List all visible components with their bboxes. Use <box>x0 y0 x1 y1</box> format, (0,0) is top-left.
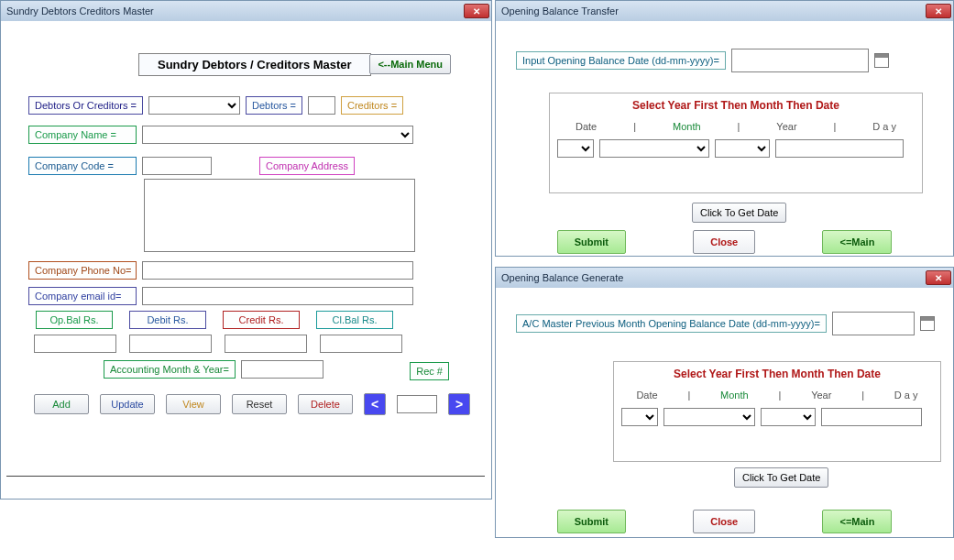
label-obt-input-date: Input Opening Balance Date (dd-mm-yyyy)= <box>516 51 726 70</box>
add-button[interactable]: Add <box>34 394 89 414</box>
select-obt-year[interactable] <box>715 139 770 158</box>
select-obt-month[interactable] <box>599 139 709 158</box>
label-acct-month: Accounting Month & Year= <box>104 360 236 379</box>
label-rec-no: Rec # <box>410 362 449 380</box>
label-col-year: Year <box>811 390 831 401</box>
select-debtors-or-creditors[interactable] <box>148 96 240 115</box>
label-company-address: Company Address <box>259 157 355 175</box>
click-get-date-button[interactable]: Click To Get Date <box>692 203 786 223</box>
input-obg-day[interactable] <box>821 408 922 426</box>
input-obt-day[interactable] <box>775 139 904 158</box>
close-icon[interactable]: ✕ <box>926 270 951 285</box>
label-obg-input-date: A/C Master Previous Month Opening Balanc… <box>516 314 827 333</box>
label-company-name: Company Name = <box>28 126 137 144</box>
label-col-year: Year <box>776 121 796 132</box>
label-credit: Credit Rs. <box>223 311 300 329</box>
label-col-day: D a y <box>894 390 918 401</box>
group-obg-date: Select Year First Then Month Then Date D… <box>613 361 941 462</box>
main-menu-button[interactable]: <--Main Menu <box>369 54 451 74</box>
input-company-email[interactable] <box>142 287 413 305</box>
title-obt: Opening Balance Transfer <box>501 5 926 16</box>
label-creditors: Creditors = <box>341 96 403 115</box>
input-credit[interactable] <box>225 335 307 353</box>
label-col-date: Date <box>636 390 657 401</box>
input-op-bal[interactable] <box>34 335 116 353</box>
label-col-date: Date <box>576 121 597 132</box>
prev-button[interactable]: < <box>364 393 386 415</box>
titlebar-obg: Opening Balance Generate ✕ <box>496 268 953 288</box>
label-obg-section: Select Year First Then Month Then Date <box>614 362 940 386</box>
main-button[interactable]: <=Main <box>822 510 892 533</box>
select-company-name[interactable] <box>142 126 413 144</box>
label-col-day: D a y <box>872 121 896 132</box>
row-obg-col-headers: Date| Month| Year| D a y <box>614 386 940 404</box>
calendar-icon[interactable] <box>874 53 889 68</box>
label-debtors-or-creditors: Debtors Or Creditors = <box>28 96 143 115</box>
label-company-email: Company email id= <box>28 287 137 305</box>
label-obt-section: Select Year First Then Month Then Date <box>550 93 922 117</box>
window-sundry-debtors: Sundry Debtors Creditors Master ✕ Sundry… <box>0 0 492 500</box>
input-debtors[interactable] <box>308 96 335 115</box>
view-button[interactable]: View <box>166 394 221 414</box>
calendar-icon[interactable] <box>920 316 935 331</box>
click-get-date-button[interactable]: Click To Get Date <box>734 467 828 488</box>
close-button[interactable]: Close <box>693 230 755 254</box>
titlebar-obt: Opening Balance Transfer ✕ <box>496 1 953 21</box>
input-cl-bal[interactable] <box>320 335 402 353</box>
input-obt-date[interactable] <box>731 49 869 72</box>
reset-button[interactable]: Reset <box>232 394 287 414</box>
page-title: Sundry Debtors / Creditors Master <box>138 53 371 76</box>
close-button[interactable]: Close <box>693 510 755 533</box>
input-creditors[interactable] <box>409 96 436 115</box>
input-debit[interactable] <box>129 335 212 353</box>
select-obg-month[interactable] <box>663 408 755 426</box>
input-company-code[interactable] <box>142 157 212 175</box>
update-button[interactable]: Update <box>100 394 155 414</box>
label-company-code: Company Code = <box>28 157 137 175</box>
close-icon[interactable]: ✕ <box>464 4 489 18</box>
label-company-phone: Company Phone No= <box>28 261 137 280</box>
close-icon[interactable]: ✕ <box>926 4 951 18</box>
window-opening-balance-generate: Opening Balance Generate ✕ A/C Master Pr… <box>495 267 954 538</box>
label-col-month: Month <box>673 121 701 132</box>
label-cl-bal: Cl.Bal Rs. <box>316 311 393 329</box>
input-acct-month[interactable] <box>241 360 323 379</box>
input-company-phone[interactable] <box>142 261 413 280</box>
next-button[interactable]: > <box>448 393 470 415</box>
titlebar-sundry: Sundry Debtors Creditors Master ✕ <box>1 1 491 21</box>
row-obt-col-headers: Date| Month| Year| D a y <box>550 117 922 136</box>
delete-button[interactable]: Delete <box>298 394 353 414</box>
label-op-bal: Op.Bal Rs. <box>36 311 113 329</box>
divider <box>6 476 485 477</box>
submit-button[interactable]: Submit <box>557 230 626 254</box>
input-rec-no[interactable] <box>397 395 437 413</box>
select-obg-year[interactable] <box>761 408 816 426</box>
label-debit: Debit Rs. <box>129 311 206 329</box>
main-button[interactable]: <=Main <box>822 230 892 254</box>
label-debtors: Debtors = <box>246 96 302 115</box>
textarea-company-address[interactable] <box>144 179 415 252</box>
submit-button[interactable]: Submit <box>557 510 626 533</box>
window-opening-balance-transfer: Opening Balance Transfer ✕ Input Opening… <box>495 0 954 257</box>
title-obg: Opening Balance Generate <box>501 272 926 283</box>
input-obg-date[interactable] <box>832 312 915 335</box>
group-obt-date: Select Year First Then Month Then Date D… <box>549 93 923 193</box>
title-sundry: Sundry Debtors Creditors Master <box>6 5 464 16</box>
select-obt-date[interactable] <box>557 139 594 158</box>
select-obg-date[interactable] <box>621 408 658 426</box>
label-col-month: Month <box>720 390 749 401</box>
